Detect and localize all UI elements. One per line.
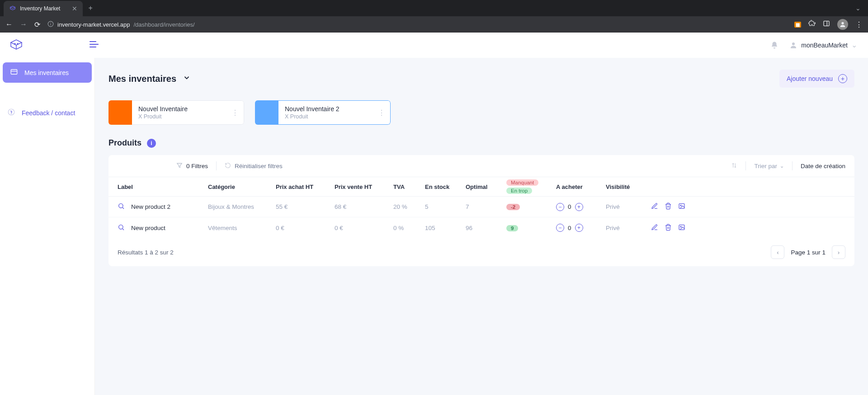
profile-avatar-icon[interactable] xyxy=(837,19,848,30)
browser-tab[interactable]: Inventory Market ✕ xyxy=(4,1,83,16)
cell-label: New product xyxy=(118,224,208,232)
svg-line-18 xyxy=(123,207,124,209)
extensions-icon[interactable] xyxy=(808,20,816,29)
decrement-button[interactable]: − xyxy=(556,224,564,232)
user-menu[interactable]: monBeauMarket ⌄ xyxy=(789,41,857,49)
decrement-button[interactable]: − xyxy=(556,203,564,211)
prev-page-button[interactable]: ‹ xyxy=(771,245,784,259)
svg-point-6 xyxy=(14,43,15,44)
svg-rect-12 xyxy=(11,70,17,75)
url-path-text: /dashboard/inventories/ xyxy=(133,21,194,28)
sort-by-dropdown[interactable]: Trier par ⌄ xyxy=(754,163,784,169)
kebab-icon[interactable]: ⋮ xyxy=(855,20,863,29)
cell-label: New product 2 xyxy=(118,202,208,211)
inventory-card[interactable]: Nouvel Inventaire X Produit ⋮ xyxy=(108,100,244,125)
inventory-icon xyxy=(10,68,18,77)
user-name: monBeauMarket xyxy=(801,42,848,49)
card-menu-icon[interactable]: ⋮ xyxy=(231,108,239,117)
app-logo-icon[interactable] xyxy=(8,37,24,53)
sort-direction-icon[interactable] xyxy=(731,162,737,170)
th-to-buy: A acheter xyxy=(556,183,606,190)
tab-dropdown-icon[interactable]: ⌄ xyxy=(855,5,864,12)
extension-badge-icon[interactable]: ▦ xyxy=(794,22,801,28)
svg-marker-16 xyxy=(177,163,182,167)
user-icon xyxy=(789,41,797,49)
excess-header-badge: En trop xyxy=(506,188,532,194)
th-delta: Manquant En trop xyxy=(506,179,556,194)
results-summary: Résultats 1 à 2 sur 2 xyxy=(118,249,174,256)
cell-to-buy: − 0 + xyxy=(556,224,606,232)
view-product-icon[interactable] xyxy=(118,224,125,232)
products-panel: 0 Filtres Réinitialiser filtres Trier pa… xyxy=(108,155,854,266)
svg-point-20 xyxy=(680,205,681,206)
svg-point-11 xyxy=(792,42,795,45)
add-inventory-button[interactable]: Ajouter nouveau + xyxy=(779,70,854,88)
sort-field-label: Date de création xyxy=(801,163,845,169)
reload-icon[interactable]: ⟳ xyxy=(34,20,40,29)
next-page-button[interactable]: › xyxy=(832,245,845,259)
nav-bar: ← → ⟳ inventory-market.vercel.app/dashbo… xyxy=(0,16,868,33)
delete-icon[interactable] xyxy=(665,224,672,232)
edit-icon[interactable] xyxy=(651,202,658,211)
help-icon xyxy=(7,108,15,118)
svg-point-7 xyxy=(17,43,18,44)
inventory-card-subtitle: X Produit xyxy=(138,113,237,120)
view-product-icon[interactable] xyxy=(118,202,125,211)
tab-close-icon[interactable]: ✕ xyxy=(72,5,77,12)
info-icon[interactable]: i xyxy=(147,139,156,148)
forward-icon[interactable]: → xyxy=(20,20,27,28)
cell-visibility: Privé xyxy=(606,203,651,210)
svg-line-22 xyxy=(123,229,124,230)
svg-rect-3 xyxy=(824,21,829,26)
tab-title: Inventory Market xyxy=(20,5,60,12)
inventory-card-title: Nouvel Inventaire 2 xyxy=(285,105,384,113)
th-category: Catégorie xyxy=(208,183,276,190)
cell-optimal: 7 xyxy=(466,203,506,210)
feedback-label: Feedback / contact xyxy=(22,109,75,117)
reset-filters-button[interactable]: Réinitialiser filtres xyxy=(225,162,283,170)
cell-vat: 20 % xyxy=(393,203,425,210)
url-bar[interactable]: inventory-market.vercel.app/dashboard/in… xyxy=(47,21,787,28)
bell-icon[interactable] xyxy=(770,41,778,49)
delta-badge: -2 xyxy=(506,204,520,210)
back-icon[interactable]: ← xyxy=(5,20,13,28)
delta-badge: 9 xyxy=(506,225,518,231)
cell-sell: 0 € xyxy=(335,225,393,231)
svg-rect-23 xyxy=(679,225,684,230)
cell-buy: 0 € xyxy=(276,225,335,231)
svg-rect-2 xyxy=(50,24,51,25)
svg-point-5 xyxy=(841,22,844,24)
image-icon[interactable] xyxy=(678,202,685,211)
increment-button[interactable]: + xyxy=(575,224,583,232)
page-title-dropdown[interactable]: Mes inventaires xyxy=(108,74,191,84)
inventory-card[interactable]: Nouvel Inventaire 2 X Produit ⋮ xyxy=(255,100,391,125)
pagination: ‹ Page 1 sur 1 › xyxy=(771,245,845,259)
increment-button[interactable]: + xyxy=(575,203,583,211)
site-info-icon[interactable] xyxy=(47,21,54,28)
filters-button[interactable]: 0 Filtres xyxy=(176,162,208,170)
inventory-card-body: Nouvel Inventaire X Produit xyxy=(132,100,244,125)
to-buy-value: 0 xyxy=(568,225,571,231)
app-header: monBeauMarket ⌄ xyxy=(0,33,868,58)
inventory-card-body: Nouvel Inventaire 2 X Produit xyxy=(278,100,391,125)
sort-by-label: Trier par xyxy=(754,163,777,169)
menu-toggle-icon[interactable] xyxy=(89,39,99,52)
delete-icon[interactable] xyxy=(665,202,672,211)
panel-icon[interactable] xyxy=(823,20,830,29)
table-toolbar: 0 Filtres Réinitialiser filtres Trier pa… xyxy=(108,155,854,177)
toolbar-right: Trier par ⌄ Date de création xyxy=(731,161,845,170)
edit-icon[interactable] xyxy=(651,224,658,232)
cell-vat: 0 % xyxy=(393,225,425,231)
sidebar-feedback-link[interactable]: Feedback / contact xyxy=(7,108,87,118)
new-tab-button[interactable]: + xyxy=(88,4,92,12)
card-menu-icon[interactable]: ⋮ xyxy=(378,108,385,117)
svg-point-21 xyxy=(119,225,123,229)
cell-category: Vêtements xyxy=(208,225,276,231)
sidebar-item-inventories[interactable]: Mes inventaires xyxy=(3,62,92,83)
products-table: Label Catégorie Prix achat HT Prix vente… xyxy=(108,177,854,238)
cell-category: Bijoux & Montres xyxy=(208,203,276,210)
sidebar: Mes inventaires Feedback / contact xyxy=(0,58,95,395)
app-root: monBeauMarket ⌄ Mes inventaires Feedback… xyxy=(0,33,868,395)
th-label: Label xyxy=(118,183,208,190)
image-icon[interactable] xyxy=(678,224,685,232)
